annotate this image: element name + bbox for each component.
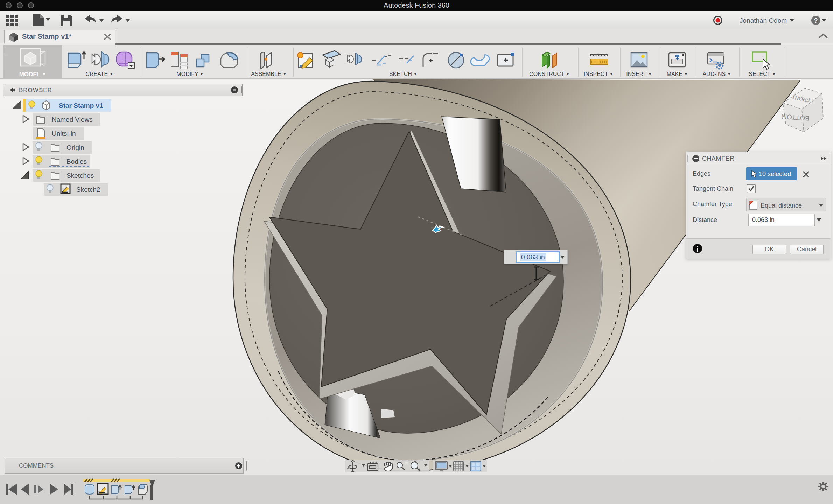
svg-text:Bodies: Bodies bbox=[66, 158, 87, 165]
svg-text:10 selected: 10 selected bbox=[759, 170, 791, 177]
svg-text:BROWSER: BROWSER bbox=[19, 87, 52, 93]
svg-text:Origin: Origin bbox=[66, 144, 84, 151]
svg-text:Sketches: Sketches bbox=[66, 172, 94, 179]
svg-text:Jonathan Odom: Jonathan Odom bbox=[740, 17, 787, 24]
svg-text:?: ? bbox=[814, 17, 818, 24]
svg-text:Named Views: Named Views bbox=[52, 116, 93, 123]
svg-text:Units: in: Units: in bbox=[52, 130, 76, 137]
svg-text:Sketch2: Sketch2 bbox=[76, 186, 100, 193]
svg-text:Star Stamp v1: Star Stamp v1 bbox=[59, 102, 103, 109]
svg-text:Equal distance: Equal distance bbox=[761, 202, 802, 209]
